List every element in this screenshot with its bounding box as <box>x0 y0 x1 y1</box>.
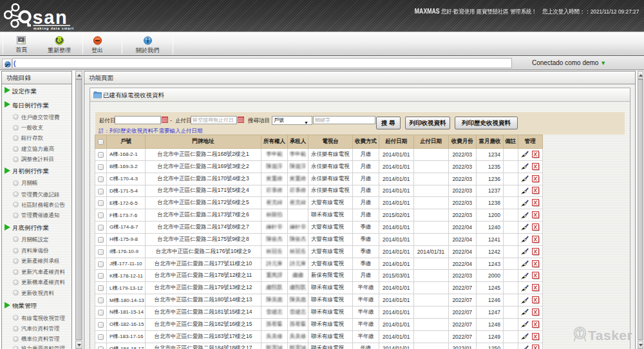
svg-text:san: san <box>33 7 68 28</box>
svg-text:making data smart: making data smart <box>33 26 74 30</box>
svg-text:T: T <box>578 329 583 338</box>
